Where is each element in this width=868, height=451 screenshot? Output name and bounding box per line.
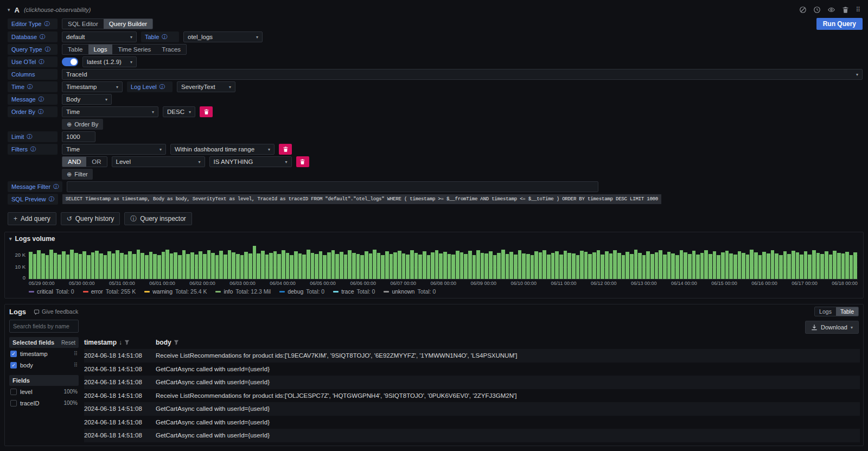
- checkbox-checked[interactable]: ✓: [10, 351, 17, 357]
- columns-row: Columns TraceId▾: [5, 69, 863, 80]
- table-row[interactable]: 2024-06-18 14:51:08GetCartAsync called w…: [84, 363, 860, 376]
- selected-field-item[interactable]: ✓timestamp⠿: [9, 348, 79, 359]
- legend-item[interactable]: debugTotal: 0: [279, 288, 324, 295]
- query-ref-id[interactable]: A: [15, 6, 20, 14]
- legend-item[interactable]: infoTotal: 12.3 Mil: [215, 288, 271, 295]
- query-builder-option[interactable]: Query Builder: [104, 19, 152, 29]
- x-tick-label: 06/07 00:00: [390, 281, 416, 286]
- or-option[interactable]: OR: [86, 157, 106, 167]
- timestamp-cell: 2024-06-18 14:51:08: [84, 419, 156, 425]
- collapse-chevron-icon[interactable]: ▾: [8, 7, 10, 12]
- message-column-select[interactable]: Body▾: [62, 94, 112, 105]
- x-axis-labels: 05/29 00:0005/30 00:0005/31 00:0006/01 0…: [29, 281, 858, 286]
- volume-bar: [729, 253, 733, 279]
- database-select[interactable]: default▾: [62, 31, 137, 42]
- body-column-header[interactable]: body: [156, 339, 860, 346]
- table-row[interactable]: 2024-06-18 14:51:08GetCartAsync called w…: [84, 376, 860, 389]
- checkbox-unchecked[interactable]: [10, 389, 17, 395]
- legend-item[interactable]: criticalTotal: 0: [29, 288, 74, 295]
- logs-volume-header[interactable]: ▾ Logs volume: [5, 232, 863, 244]
- filter-icon[interactable]: [124, 340, 130, 345]
- info-icon: ⓘ: [159, 83, 165, 91]
- volume-bar: [663, 255, 667, 279]
- query-type-logs[interactable]: Logs: [88, 45, 113, 54]
- table-row[interactable]: 2024-06-18 14:51:08GetCartAsync called w…: [84, 429, 860, 442]
- body-cell: GetCartAsync called with userId={userId}: [156, 432, 860, 439]
- table-row[interactable]: 2024-06-18 14:51:08Receive ListRecommend…: [84, 389, 860, 403]
- table-row[interactable]: 2024-06-18 14:51:08Receive ListRecommend…: [84, 442, 860, 447]
- y-tick-label: 20 K: [15, 252, 25, 258]
- field-item[interactable]: level100%: [9, 386, 79, 397]
- drag-handle-icon[interactable]: ⠿: [74, 362, 78, 368]
- filter-icon[interactable]: [174, 340, 179, 345]
- add-query-button[interactable]: +Add query: [8, 212, 56, 225]
- download-button[interactable]: Download ▾: [805, 321, 859, 334]
- legend-item[interactable]: traceTotal: 0: [333, 288, 375, 295]
- chevron-down-icon: ▾: [130, 35, 132, 40]
- limit-input[interactable]: 1000: [62, 131, 95, 142]
- legend-item[interactable]: warningTotal: 25.4 K: [144, 288, 207, 295]
- view-logs-option[interactable]: Logs: [815, 307, 836, 316]
- add-filter-button[interactable]: ⊕Filter: [62, 169, 93, 180]
- x-tick-label: 06/10 00:00: [511, 281, 537, 286]
- field-item[interactable]: traceID100%: [9, 397, 79, 409]
- give-feedback-link[interactable]: Give feedback: [34, 308, 78, 315]
- message-filter-input[interactable]: [67, 181, 598, 192]
- filter-operator-select[interactable]: Within dashboard time range▾: [170, 144, 275, 155]
- table-row[interactable]: 2024-06-18 14:51:08Receive ListRecommend…: [84, 349, 860, 363]
- history-icon[interactable]: [813, 6, 821, 14]
- table-select[interactable]: otel_logs▾: [183, 31, 263, 42]
- and-option[interactable]: AND: [62, 157, 86, 167]
- volume-bar: [564, 251, 567, 279]
- columns-multiselect[interactable]: TraceId▾: [62, 69, 863, 80]
- order-by-field-select[interactable]: Time▾: [62, 106, 158, 117]
- sort-desc-icon[interactable]: ↓: [119, 339, 122, 346]
- remove-filter-button[interactable]: [279, 144, 292, 155]
- info-icon: ⓘ: [162, 33, 167, 41]
- legend-total: Total: 0: [306, 288, 324, 295]
- query-inspector-button[interactable]: ⓘQuery inspector: [124, 212, 192, 225]
- table-row[interactable]: 2024-06-18 14:51:08GetCartAsync called w…: [84, 402, 860, 416]
- volume-bar: [99, 253, 103, 279]
- query-type-timeseries[interactable]: Time Series: [112, 45, 156, 54]
- info-icon: ⓘ: [53, 183, 59, 190]
- reset-button[interactable]: Reset: [61, 340, 75, 346]
- table-row[interactable]: 2024-06-18 14:51:08GetCartAsync called w…: [84, 416, 860, 429]
- sql-editor-option[interactable]: SQL Editor: [62, 19, 104, 29]
- drag-handle-icon[interactable]: ⠿: [856, 6, 860, 14]
- query-type-traces[interactable]: Traces: [156, 45, 186, 54]
- chevron-down-icon: ▾: [189, 110, 191, 115]
- filter2-field-select[interactable]: Level▾: [112, 156, 205, 167]
- search-fields-input[interactable]: [9, 320, 79, 333]
- eye-icon[interactable]: [827, 6, 835, 14]
- legend-item[interactable]: errorTotal: 255 K: [83, 288, 136, 295]
- fields-header: Fields: [9, 375, 79, 386]
- trash-icon[interactable]: [842, 6, 849, 14]
- disable-query-icon[interactable]: [799, 6, 807, 14]
- volume-bar: [87, 255, 91, 279]
- selected-field-item[interactable]: ✓body⠿: [9, 359, 79, 371]
- query-type-table[interactable]: Table: [62, 45, 88, 54]
- drag-handle-icon[interactable]: ⠿: [74, 351, 78, 357]
- filter-field-select[interactable]: Time▾: [62, 144, 166, 155]
- order-direction-select[interactable]: DESC▾: [163, 106, 195, 117]
- query-history-button[interactable]: ↺Query history: [61, 212, 120, 225]
- add-order-by-button[interactable]: ⊕Order By: [62, 119, 103, 130]
- log-level-select[interactable]: SeverityText▾: [177, 81, 235, 92]
- filter2-operator-select[interactable]: IS ANYTHING▾: [209, 156, 292, 167]
- use-otel-toggle[interactable]: [62, 58, 78, 66]
- timestamp-column-header[interactable]: timestamp ↓: [84, 339, 156, 346]
- remove-order-by-button[interactable]: [200, 106, 213, 117]
- view-table-option[interactable]: Table: [836, 307, 858, 316]
- run-query-button[interactable]: Run Query: [816, 18, 863, 30]
- volume-bar: [506, 254, 509, 279]
- remove-filter2-button[interactable]: [296, 156, 309, 167]
- legend-item[interactable]: unknownTotal: 0: [384, 288, 436, 295]
- volume-bar: [779, 255, 783, 279]
- checkbox-unchecked[interactable]: [10, 400, 17, 406]
- otel-version-select[interactable]: latest (1.2.9)▾: [82, 56, 137, 67]
- volume-bar: [431, 252, 435, 279]
- time-column-select[interactable]: Timestamp▾: [62, 81, 123, 92]
- checkbox-checked[interactable]: ✓: [10, 362, 17, 369]
- volume-bar: [605, 251, 609, 279]
